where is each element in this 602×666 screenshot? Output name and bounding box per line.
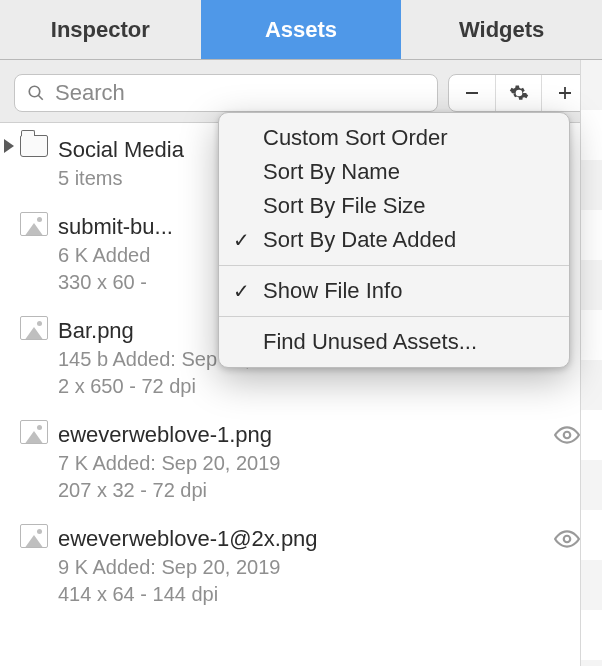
svg-line-1 xyxy=(38,95,43,100)
tab-widgets[interactable]: Widgets xyxy=(401,0,602,59)
menu-label: Sort By Date Added xyxy=(263,227,456,253)
search-field[interactable] xyxy=(14,74,438,112)
tab-assets[interactable]: Assets xyxy=(201,0,402,59)
image-icon xyxy=(20,524,48,548)
svg-point-0 xyxy=(29,86,40,97)
folder-icon xyxy=(20,135,48,157)
search-input[interactable] xyxy=(55,80,425,106)
menu-custom-sort[interactable]: Custom Sort Order xyxy=(219,121,569,155)
list-item[interactable]: eweverweblove-1@2x.png 9 K Added: Sep 20… xyxy=(0,518,602,622)
chevron-right-icon[interactable] xyxy=(4,139,14,153)
image-icon xyxy=(20,212,48,236)
item-subtitle: 9 K Added: Sep 20, 2019 414 x 64 - 144 d… xyxy=(58,554,584,608)
svg-point-5 xyxy=(564,432,571,439)
search-icon xyxy=(27,84,45,102)
menu-separator xyxy=(219,265,569,266)
toolbar-buttons xyxy=(448,74,588,112)
menu-sort-size[interactable]: Sort By File Size xyxy=(219,189,569,223)
item-subtitle: 7 K Added: Sep 20, 2019 207 x 32 - 72 dp… xyxy=(58,450,584,504)
settings-button[interactable] xyxy=(495,75,541,111)
menu-label: Show File Info xyxy=(263,278,402,304)
check-icon: ✓ xyxy=(233,228,250,252)
item-title: eweverweblove-1@2x.png xyxy=(58,526,584,552)
remove-button[interactable] xyxy=(449,75,495,111)
tab-inspector[interactable]: Inspector xyxy=(0,0,201,59)
eye-icon[interactable] xyxy=(554,526,580,558)
settings-menu: Custom Sort Order Sort By Name Sort By F… xyxy=(218,112,570,368)
item-title: eweverweblove-1.png xyxy=(58,422,584,448)
svg-point-6 xyxy=(564,536,571,543)
check-icon: ✓ xyxy=(233,279,250,303)
list-item[interactable]: eweverweblove-1.png 7 K Added: Sep 20, 2… xyxy=(0,414,602,518)
image-icon xyxy=(20,420,48,444)
eye-icon[interactable] xyxy=(554,422,580,454)
image-icon xyxy=(20,316,48,340)
menu-sort-name[interactable]: Sort By Name xyxy=(219,155,569,189)
tab-bar: Inspector Assets Widgets xyxy=(0,0,602,60)
menu-separator xyxy=(219,316,569,317)
menu-show-info[interactable]: ✓ Show File Info xyxy=(219,274,569,308)
menu-find-unused[interactable]: Find Unused Assets... xyxy=(219,325,569,359)
menu-sort-date[interactable]: ✓ Sort By Date Added xyxy=(219,223,569,257)
